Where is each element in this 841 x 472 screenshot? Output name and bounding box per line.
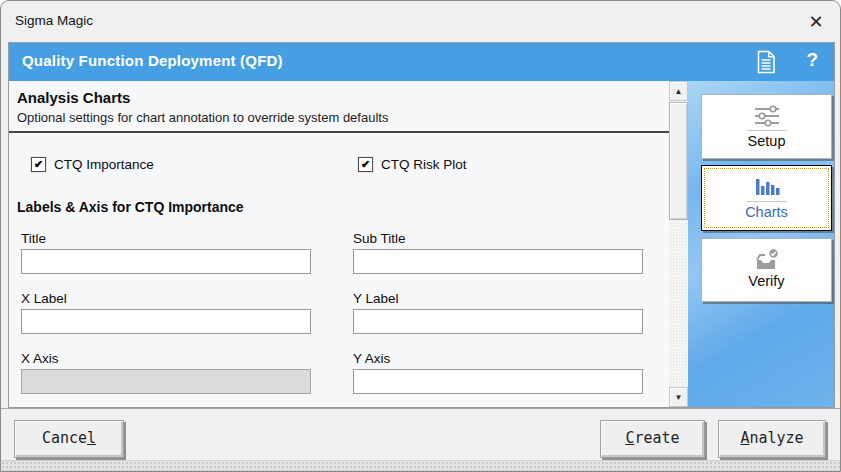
x-axis-input [21, 369, 311, 394]
nav-sidebar: Setup Charts [688, 81, 834, 407]
ctq-importance-checkbox[interactable]: ✔ CTQ Importance [31, 156, 154, 173]
scrollbar-thumb[interactable] [669, 102, 688, 220]
setup-button[interactable]: Setup [701, 94, 832, 159]
verify-check-icon [702, 247, 831, 273]
labels-axis-heading: Labels & Axis for CTQ Importance [17, 199, 244, 215]
scroll-down-icon[interactable]: ▼ [669, 387, 688, 407]
sub-title-label: Sub Title [353, 231, 406, 246]
checkbox-label: CTQ Risk Plot [381, 157, 467, 172]
analyze-button[interactable]: Analyze [718, 420, 826, 458]
checkbox-checked-icon: ✔ [31, 157, 46, 172]
document-icon[interactable] [756, 50, 776, 74]
section-divider [9, 131, 669, 133]
window-title: Sigma Magic [15, 13, 93, 28]
dialog-title: Quality Function Deployment (QFD) [22, 52, 283, 69]
title-input[interactable] [21, 249, 311, 274]
checkbox-checked-icon: ✔ [358, 157, 373, 172]
icon-underline [747, 201, 787, 202]
y-label-input[interactable] [353, 309, 643, 334]
dialog-header: Quality Function Deployment (QFD) ? [9, 43, 834, 81]
bar-chart-icon [702, 174, 831, 200]
help-icon[interactable]: ? [806, 49, 818, 71]
close-icon[interactable]: ✕ [802, 8, 830, 36]
verify-label: Verify [702, 273, 831, 289]
scroll-up-icon[interactable]: ▲ [669, 81, 688, 101]
x-label-input[interactable] [21, 309, 311, 334]
y-axis-input[interactable] [353, 369, 643, 394]
sliders-icon [702, 103, 831, 129]
cancel-button[interactable]: Cancel [14, 420, 124, 458]
x-axis-label: X Axis [21, 351, 59, 366]
checkbox-label: CTQ Importance [54, 157, 154, 172]
sigma-magic-window: Sigma Magic ✕ Quality Function Deploymen… [0, 0, 841, 472]
charts-panel: Analysis Charts Optional settings for ch… [9, 81, 669, 407]
title-bar: Sigma Magic ✕ [1, 1, 840, 42]
x-label-label: X Label [21, 291, 67, 306]
title-label: Title [21, 231, 46, 246]
setup-label: Setup [702, 133, 831, 149]
y-axis-label: Y Axis [353, 351, 390, 366]
vertical-scrollbar[interactable]: ▲ ▼ [669, 81, 688, 407]
window-resize-edge[interactable] [1, 460, 840, 471]
ctq-risk-plot-checkbox[interactable]: ✔ CTQ Risk Plot [358, 156, 467, 173]
create-button[interactable]: Create [600, 420, 705, 458]
sub-title-input[interactable] [353, 249, 643, 274]
qfd-dialog: Quality Function Deployment (QFD) ? Anal… [8, 42, 835, 408]
section-subtitle: Optional settings for chart annotation t… [17, 110, 388, 125]
charts-button[interactable]: Charts [701, 165, 832, 231]
section-title: Analysis Charts [17, 89, 130, 106]
charts-label: Charts [702, 204, 831, 220]
verify-button[interactable]: Verify [701, 238, 832, 302]
icon-underline [747, 130, 787, 131]
y-label-label: Y Label [353, 291, 399, 306]
